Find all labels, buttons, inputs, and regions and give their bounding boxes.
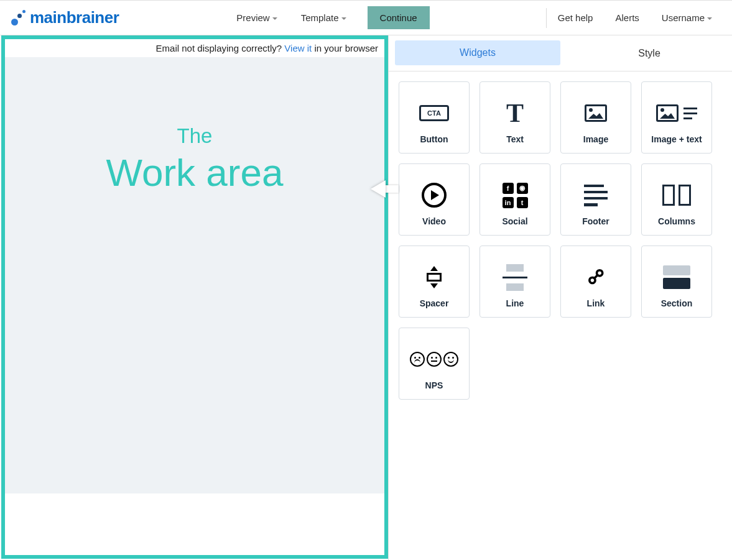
widget-text[interactable]: T Text <box>480 81 550 154</box>
arrow-left-icon <box>371 180 386 198</box>
right-menu: Get help Alerts Username <box>546 1 723 35</box>
logo-icon <box>9 9 26 27</box>
username-menu[interactable]: Username <box>651 9 723 27</box>
link-icon: ⚯ <box>581 262 611 292</box>
widget-label: Image + text <box>651 134 702 144</box>
social-icon: f◉int <box>503 183 528 208</box>
play-icon <box>422 183 447 208</box>
footer-icon <box>584 185 608 206</box>
image-icon <box>585 104 607 122</box>
widget-footer[interactable]: Footer <box>560 163 631 236</box>
canvas-body[interactable]: The Work area <box>5 57 384 493</box>
tab-style[interactable]: Style <box>567 35 732 71</box>
username-label: Username <box>662 12 705 23</box>
template-menu[interactable]: Template <box>299 9 349 27</box>
widget-section[interactable]: Section <box>641 246 712 318</box>
widget-image-text[interactable]: Image + text <box>641 81 712 154</box>
continue-button[interactable]: Continue <box>368 6 430 29</box>
right-panel: Widgets Style CTA Button T Text Image Im… <box>388 35 732 560</box>
widget-label: Text <box>506 134 524 144</box>
text-icon: T <box>506 100 524 126</box>
alerts-link[interactable]: Alerts <box>604 9 650 27</box>
widget-label: Section <box>661 298 693 308</box>
cta-icon: CTA <box>419 105 449 121</box>
widget-line[interactable]: Line <box>480 246 550 318</box>
widget-label: Columns <box>658 216 695 226</box>
section-icon <box>663 265 690 289</box>
logo[interactable]: mainbrainer <box>9 8 119 27</box>
widget-label: Image <box>583 134 608 144</box>
panel-tabs: Widgets Style <box>389 35 732 71</box>
widget-label: Video <box>422 216 446 226</box>
logo-text: mainbrainer <box>30 8 119 27</box>
widget-image[interactable]: Image <box>560 81 631 154</box>
columns-icon <box>662 185 691 206</box>
widget-label: Footer <box>582 216 609 226</box>
nps-icon <box>410 352 458 367</box>
widget-label: Link <box>587 298 605 308</box>
widget-nps[interactable]: NPS <box>399 328 470 400</box>
template-label: Template <box>301 12 339 23</box>
widget-label: Line <box>506 298 524 308</box>
widget-label: Social <box>502 216 527 226</box>
view-in-browser-bar: Email not displaying correctly? View it … <box>5 39 384 57</box>
line-icon <box>503 264 527 291</box>
preview-menu[interactable]: Preview <box>234 9 279 27</box>
app-header: mainbrainer Preview Template Continue Ge… <box>0 0 732 35</box>
widget-social[interactable]: f◉int Social <box>480 163 550 236</box>
email-bar-prefix: Email not displaying correctly? <box>156 43 285 53</box>
preview-label: Preview <box>236 12 269 23</box>
center-menu: Preview Template Continue <box>234 6 429 29</box>
widget-button[interactable]: CTA Button <box>399 81 470 154</box>
image-text-icon <box>656 104 697 122</box>
email-bar-suffix: in your browser <box>312 43 378 53</box>
widget-label: NPS <box>425 380 443 390</box>
caret-down-icon <box>272 17 277 20</box>
get-help-link[interactable]: Get help <box>547 9 605 27</box>
arrow-stem <box>384 185 399 193</box>
widget-video[interactable]: Video <box>399 163 470 236</box>
widgets-grid: CTA Button T Text Image Image + text Vid… <box>389 71 732 410</box>
main-area: Email not displaying correctly? View it … <box>0 35 732 560</box>
work-area-title: Work area <box>5 150 384 195</box>
widget-label: Button <box>420 134 448 144</box>
spacer-icon <box>425 268 443 287</box>
widget-link[interactable]: ⚯ Link <box>560 246 631 318</box>
view-in-browser-link[interactable]: View it <box>284 43 312 53</box>
widget-label: Spacer <box>420 298 449 308</box>
caret-down-icon <box>707 17 712 20</box>
widget-columns[interactable]: Columns <box>641 163 712 236</box>
work-area-subtitle: The <box>5 124 384 148</box>
caret-down-icon <box>341 17 346 20</box>
work-area-canvas[interactable]: Email not displaying correctly? View it … <box>1 35 388 559</box>
tab-widgets[interactable]: Widgets <box>395 40 560 65</box>
widget-spacer[interactable]: Spacer <box>399 246 470 318</box>
